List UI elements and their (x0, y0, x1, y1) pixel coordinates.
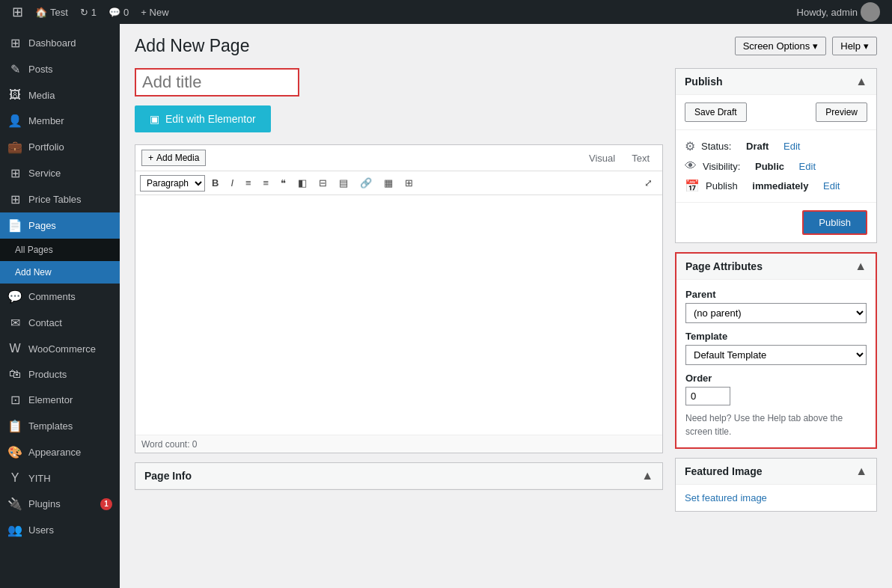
insert-table-button[interactable]: ▦ (379, 174, 398, 192)
add-media-button[interactable]: + Add Media (141, 150, 206, 166)
adminbar-howdy[interactable]: Howdy, admin (791, 0, 886, 24)
sidebar-item-portfolio[interactable]: 💼 Portfolio (0, 134, 120, 160)
page-info-collapse-button[interactable]: ▲ (641, 469, 653, 483)
unordered-list-button[interactable]: ≡ (240, 174, 257, 192)
sidebar-item-posts[interactable]: ✎ Posts (0, 56, 120, 82)
publish-button[interactable]: Publish (802, 210, 867, 235)
sidebar-item-elementor[interactable]: ⊡ Elementor (0, 387, 120, 413)
set-featured-image-link[interactable]: Set featured image (685, 492, 767, 503)
sidebar-item-label: Member (28, 115, 64, 126)
align-right-button[interactable]: ▤ (334, 174, 353, 192)
home-icon: 🏠 (35, 7, 47, 18)
sidebar-item-add-new[interactable]: Add New (0, 261, 120, 284)
sidebar-item-label: YITH (28, 473, 51, 484)
ordered-list-button[interactable]: ≡ (258, 174, 275, 192)
sidebar-item-label: Users (28, 524, 54, 536)
sidebar-item-service[interactable]: ⊞ Service (0, 160, 120, 186)
save-draft-button[interactable]: Save Draft (685, 102, 747, 122)
order-input[interactable] (685, 387, 730, 405)
editor-grid: ▣ Edit with Elementor + Add Media Visual (135, 68, 877, 512)
sidebar-item-appearance[interactable]: 🎨 Appearance (0, 439, 120, 465)
sidebar-item-plugins[interactable]: 🔌 Plugins 1 (0, 491, 120, 517)
sidebar-item-products[interactable]: 🛍 Products (0, 361, 120, 387)
appearance-icon: 🎨 (7, 445, 22, 459)
publish-time-row: 📅 Publish immediately Edit (685, 176, 867, 196)
attributes-collapse-button[interactable]: ▲ (855, 260, 867, 273)
status-row: ⚙ Status: Draft Edit (685, 136, 867, 156)
editor-box: + Add Media Visual Text (135, 144, 663, 453)
sidebar-item-label: Elementor (28, 394, 73, 405)
visibility-edit-link[interactable]: Edit (799, 161, 816, 172)
all-pages-label: All Pages (15, 245, 53, 255)
fullscreen-button[interactable]: ⤢ (639, 174, 658, 192)
plugins-icon: 🔌 (7, 497, 22, 511)
sidebar-item-dashboard[interactable]: ⊞ Dashboard (0, 30, 120, 56)
sidebar-item-pages[interactable]: 📄 Pages (0, 212, 120, 239)
sidebar-item-label: Portfolio (28, 141, 64, 153)
elementor-icon: ⊡ (7, 393, 22, 407)
sidebar-item-comments[interactable]: 💬 Comments (0, 284, 120, 310)
publish-actions: Save Draft Preview (676, 95, 876, 130)
template-select[interactable]: Default Template (685, 345, 867, 365)
sidebar-item-all-pages[interactable]: All Pages (0, 239, 120, 261)
adminbar-comments[interactable]: 💬 0 (103, 0, 135, 24)
screen-options-button[interactable]: Screen Options ▾ (735, 37, 827, 55)
publish-time-edit-link[interactable]: Edit (823, 180, 840, 192)
sidebar-item-label: Dashboard (28, 37, 76, 49)
sidebar-item-label: Templates (28, 420, 73, 432)
sidebar-item-member[interactable]: 👤 Member (0, 108, 120, 134)
sidebar-item-templates[interactable]: 📋 Templates (0, 413, 120, 439)
editor-content-area[interactable] (135, 195, 662, 435)
adminbar-wp-logo[interactable]: ⊞ (6, 0, 29, 24)
sidebar-item-label: Appearance (28, 447, 81, 458)
sidebar-item-label: Plugins (28, 498, 61, 509)
insert-more-button[interactable]: ⊞ (400, 174, 418, 192)
text-mode-button[interactable]: Text (625, 150, 656, 166)
service-icon: ⊞ (7, 166, 22, 180)
editor-footer: Word count: 0 (135, 435, 662, 453)
page-header: Add New Page Screen Options ▾ Help ▾ (135, 36, 877, 56)
visual-mode-button[interactable]: Visual (582, 150, 622, 166)
publish-collapse-button[interactable]: ▲ (855, 75, 867, 88)
paragraph-select[interactable]: Paragraph (140, 175, 205, 192)
sidebar-item-price-tables[interactable]: ⊞ Price Tables (0, 186, 120, 212)
sidebar-item-yith[interactable]: Y YITH (0, 465, 120, 491)
page-info-title: Page Info (144, 470, 192, 482)
status-edit-link[interactable]: Edit (783, 141, 800, 152)
italic-button[interactable]: I (225, 174, 239, 192)
adminbar-updates[interactable]: ↻ 1 (74, 0, 103, 24)
comments-icon: 💬 (109, 7, 120, 18)
price-tables-icon: ⊞ (7, 192, 22, 206)
adminbar-site-name[interactable]: 🏠 Test (29, 0, 74, 24)
woocommerce-icon: W (7, 342, 22, 355)
align-center-button[interactable]: ⊟ (314, 174, 332, 192)
chevron-down-icon: ▾ (864, 40, 869, 52)
help-button[interactable]: Help ▾ (832, 37, 877, 55)
sidebar-item-label: Service (28, 168, 61, 179)
featured-image-collapse-button[interactable]: ▲ (855, 465, 867, 478)
attributes-title: Page Attributes (685, 260, 763, 272)
insert-link-button[interactable]: 🔗 (355, 174, 377, 192)
sidebar-item-contact[interactable]: ✉ Contact (0, 310, 120, 336)
title-input[interactable] (142, 73, 292, 92)
page-title: Add New Page (135, 36, 249, 56)
bold-button[interactable]: B (207, 174, 224, 192)
edit-with-elementor-button[interactable]: ▣ Edit with Elementor (135, 105, 271, 132)
title-box (135, 68, 299, 97)
add-new-label: Add New (15, 267, 52, 278)
sidebar-item-users[interactable]: 👥 Users (0, 517, 120, 543)
sidebar-item-woocommerce[interactable]: W WooCommerce (0, 336, 120, 361)
align-left-button[interactable]: ◧ (293, 174, 312, 192)
pages-submenu: All Pages Add New (0, 239, 120, 284)
sidebar-item-label: Price Tables (28, 194, 82, 205)
visibility-icon: 👁 (685, 159, 697, 173)
sidebar-item-media[interactable]: 🖼 Media (0, 82, 120, 108)
media-icon: 🖼 (7, 88, 22, 102)
adminbar-new[interactable]: + New (135, 0, 174, 24)
comments-menu-icon: 💬 (7, 290, 22, 304)
blockquote-button[interactable]: ❝ (275, 174, 291, 192)
parent-select[interactable]: (no parent) (685, 303, 867, 323)
preview-button[interactable]: Preview (816, 102, 867, 122)
page-info-box: Page Info ▲ (135, 462, 663, 490)
featured-image-header: Featured Image ▲ (676, 459, 876, 485)
